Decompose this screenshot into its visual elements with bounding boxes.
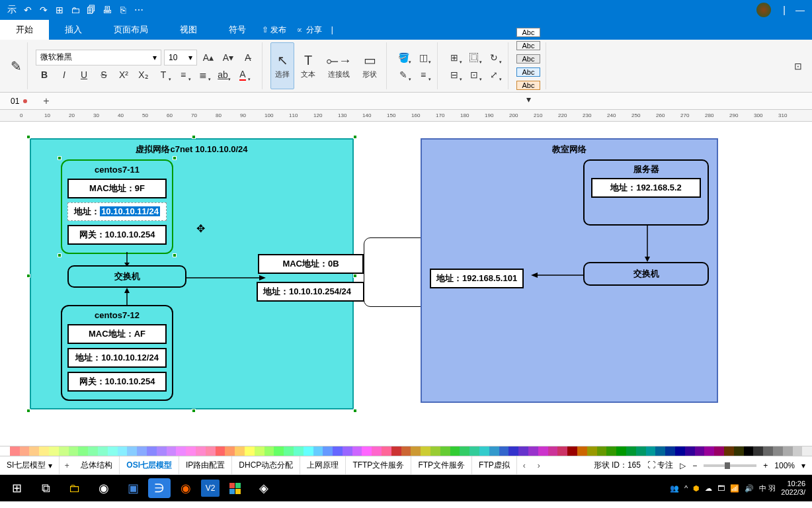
btab-osi[interactable]: OSI七层模型 [120,456,179,474]
select-tool[interactable]: ↖选择 [270,42,294,89]
color-swatch[interactable] [382,446,391,456]
tray-ime-label[interactable]: 中 羽 [759,484,776,493]
color-swatch[interactable] [479,446,489,456]
color-swatch[interactable] [734,446,744,456]
bold-button[interactable]: B [36,67,53,83]
color-swatch[interactable] [577,446,587,456]
color-swatch[interactable] [460,446,469,456]
color-swatch[interactable] [127,446,137,456]
centos12-mac-field[interactable]: MAC地址：AF [67,324,167,344]
color-swatch[interactable] [518,446,528,456]
tray-chevron-icon[interactable]: ^ [684,484,688,492]
color-swatch[interactable] [29,446,39,456]
color-swatch[interactable] [176,446,186,456]
font-family-select[interactable]: 微软雅黑▾ [36,50,161,65]
color-swatch[interactable] [206,446,216,456]
tray-volume-icon[interactable]: 🔊 [745,484,754,493]
color-swatch[interactable] [430,446,440,456]
tray-people-icon[interactable]: 👥 [670,484,679,493]
zoom-level-label[interactable]: 100% [774,461,795,470]
play-button[interactable]: ▷ [680,461,686,470]
centos7-11-shape[interactable]: centos7-11 MAC地址：9F 地址：10.10.10.11/24 网关… [61,159,173,254]
color-swatch[interactable] [548,446,558,456]
fill-color-icon[interactable]: 🪣 [395,50,412,65]
group-icon[interactable]: ⿴ [466,50,483,65]
qat-export-icon[interactable]: ⎘ [115,2,131,18]
color-swatch[interactable] [343,446,352,456]
align-icon[interactable]: ⊞ [446,50,463,65]
color-palette[interactable] [0,446,812,456]
color-swatch[interactable] [88,446,98,456]
tab-insert[interactable]: 插入 [49,20,98,40]
color-swatch[interactable] [567,446,577,456]
color-swatch[interactable] [147,446,157,456]
style-gallery-more-icon[interactable]: ▾ [520,94,537,105]
subscript-button[interactable]: X₂ [135,67,152,83]
btab-dhcp[interactable]: DHCP动态分配 [232,456,300,474]
app-diamond-icon[interactable]: ◈ [250,475,278,501]
color-swatch[interactable] [450,446,460,456]
tab-view[interactable]: 视图 [164,20,213,40]
color-swatch[interactable] [264,446,274,456]
connector-tool[interactable]: ⟜→连接线 [322,42,356,89]
color-swatch[interactable] [597,446,607,456]
publish-button[interactable]: ⇧ 发布 [262,24,286,36]
centos12-gw-field[interactable]: 网关：10.10.10.254 [67,372,167,392]
distribute-icon[interactable]: ⊡ [466,67,483,83]
color-swatch[interactable] [294,446,304,456]
tray-shield-icon[interactable]: ⬢ [693,484,700,493]
qat-save-icon[interactable]: 🗐 [83,2,99,18]
btab-ftpvirt[interactable]: FTP虚拟 [472,456,517,474]
qat-print-icon[interactable]: 🖶 [99,2,115,18]
color-swatch[interactable] [655,446,665,456]
color-swatch[interactable] [333,446,343,456]
tray-battery-icon[interactable]: 🗔 [717,484,725,492]
arrange-icon[interactable]: ⊟ [446,67,463,83]
color-swatch[interactable] [59,446,69,456]
color-swatch[interactable] [49,446,59,456]
color-swatch[interactable] [528,446,538,456]
color-swatch[interactable] [724,446,734,456]
color-swatch[interactable] [616,446,626,456]
tab-home[interactable]: 开始 [0,20,49,40]
qat-open-icon[interactable]: 🗀 [67,2,83,18]
color-swatch[interactable] [98,446,108,456]
color-swatch[interactable] [245,446,255,456]
color-swatch[interactable] [39,446,49,456]
server-shape[interactable]: 服务器 地址：192.168.5.2 [583,159,709,226]
text-effects-icon[interactable]: T [155,67,172,83]
physical-ip-field[interactable]: 地址：10.10.10.254/24 [257,282,364,302]
color-swatch[interactable] [196,446,206,456]
color-swatch[interactable] [118,446,128,456]
color-swatch[interactable] [606,446,616,456]
line-style-icon[interactable]: ≡ [415,67,432,83]
color-swatch[interactable] [10,446,20,456]
clear-format-icon[interactable]: A̶ [239,50,257,65]
color-swatch[interactable] [636,446,646,456]
switch1-shape[interactable]: 交换机 [67,265,186,288]
font-color-icon[interactable]: A [234,67,251,83]
color-swatch[interactable] [255,446,264,456]
color-swatch[interactable] [508,446,518,456]
color-swatch[interactable] [499,446,509,456]
color-swatch[interactable] [489,446,499,456]
decrease-font-icon[interactable]: A▾ [220,50,237,65]
edrawmax-icon[interactable]: ∋ [148,478,171,498]
classroom-host-addr[interactable]: 地址：192.168.5.101 [430,269,524,288]
tray-cloud-icon[interactable]: ☁ [705,484,712,493]
color-swatch[interactable] [186,446,196,456]
start-button[interactable]: ⊞ [3,475,30,501]
color-swatch[interactable] [216,446,225,456]
server-addr-field[interactable]: 地址：192.168.5.2 [591,178,701,198]
app-orange-icon[interactable]: ◉ [172,475,200,501]
vnet-container-shape[interactable]: 虚拟网络c7net 10.10.10.0/24 centos7-11 MAC地址… [30,138,354,409]
color-swatch[interactable] [753,446,763,456]
color-swatch[interactable] [783,446,793,456]
taskbar-clock[interactable]: 10:26 2022/3/ [781,480,805,497]
color-swatch[interactable] [557,446,567,456]
color-swatch[interactable] [69,446,79,456]
color-swatch[interactable] [313,446,323,456]
style-item-5[interactable]: Abc [516,81,540,90]
task-view-icon[interactable]: ⧉ [32,475,60,501]
rotate-icon[interactable]: ↻ [485,50,503,65]
